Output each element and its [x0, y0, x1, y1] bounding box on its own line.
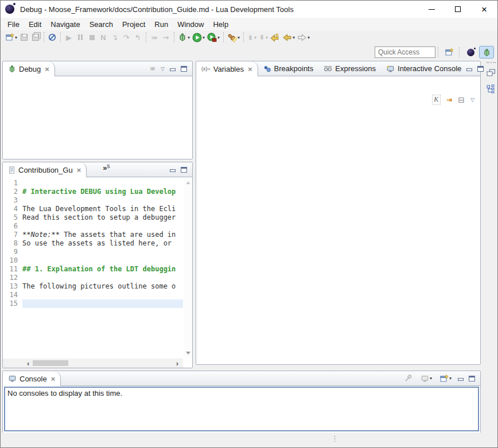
- terminate-button[interactable]: [86, 31, 98, 44]
- variables-view-content[interactable]: K ⇥ ⊟ ▽: [196, 77, 480, 364]
- disconnect-button[interactable]: N: [98, 31, 109, 44]
- restore-view-button[interactable]: [485, 67, 497, 79]
- lua-perspective-button[interactable]: [463, 46, 478, 59]
- editor-line-current[interactable]: 15: [3, 299, 183, 308]
- editor-line[interactable]: 3: [3, 196, 183, 205]
- next-annotation-button[interactable]: ⇟▾: [246, 31, 258, 44]
- menu-help[interactable]: Help: [208, 19, 233, 30]
- next-annotation-dropdown[interactable]: ▾: [254, 35, 256, 40]
- menu-file[interactable]: File: [3, 19, 24, 30]
- minimize-view-button[interactable]: [458, 378, 464, 381]
- editor-line[interactable]: 5Read this section to setup a debugger: [3, 213, 183, 222]
- previous-annotation-dropdown[interactable]: ▾: [266, 35, 268, 40]
- forward-dropdown[interactable]: ▾: [308, 35, 310, 40]
- view-menu-icon[interactable]: ▽: [161, 66, 165, 72]
- editor-line[interactable]: 2# Interactive DEBUG using Lua Develop: [3, 188, 183, 196]
- tab-expressions[interactable]: Expressions: [318, 61, 381, 76]
- run-button[interactable]: ▾: [191, 31, 206, 44]
- close-icon[interactable]: ×: [248, 65, 252, 73]
- maximize-view-button[interactable]: [477, 66, 484, 72]
- editor-line[interactable]: 10: [3, 256, 183, 265]
- step-over-button[interactable]: ↷: [120, 31, 132, 44]
- debug-perspective-button[interactable]: [479, 46, 494, 59]
- collapse-all-button[interactable]: ⊟: [458, 95, 465, 104]
- step-return-button[interactable]: ↰: [132, 31, 143, 44]
- maximize-view-button[interactable]: [181, 66, 187, 72]
- scroll-right-icon[interactable]: ›: [174, 360, 183, 367]
- resume-button[interactable]: ▶: [63, 31, 75, 44]
- open-console-button[interactable]: ▾: [438, 372, 453, 385]
- save-all-button[interactable]: [30, 31, 41, 44]
- editor-content[interactable]: 1 2# Interactive DEBUG using Lua Develop…: [3, 178, 192, 368]
- scroll-up-icon[interactable]: [186, 181, 190, 184]
- menu-search[interactable]: Search: [85, 19, 118, 30]
- minimize-view-button[interactable]: [466, 68, 472, 71]
- tab-debug[interactable]: Debug ×: [3, 61, 55, 76]
- pin-console-button[interactable]: [403, 372, 414, 385]
- open-console-dropdown[interactable]: ▾: [449, 376, 452, 381]
- close-icon[interactable]: ×: [51, 375, 56, 383]
- back-dropdown[interactable]: ▾: [293, 35, 295, 40]
- editor-horizontal-scrollbar[interactable]: ‹ ›: [3, 359, 183, 368]
- outline-view-button[interactable]: [485, 83, 497, 95]
- view-menu-icon[interactable]: ▽: [470, 97, 474, 103]
- editor-vertical-scrollbar[interactable]: [184, 178, 192, 358]
- menu-run[interactable]: Run: [150, 19, 173, 30]
- new-wizard-dropdown[interactable]: ▾: [15, 35, 17, 40]
- use-step-filters-button[interactable]: ⇛: [149, 31, 160, 44]
- editor-lines[interactable]: 1 2# Interactive DEBUG using Lua Develop…: [3, 179, 183, 358]
- editor-line[interactable]: 11## 1. Explanation of the LDT debuggin: [3, 265, 183, 274]
- menu-project[interactable]: Project: [118, 19, 150, 30]
- scroll-down-icon[interactable]: [186, 352, 190, 354]
- minimize-view-button[interactable]: [170, 68, 176, 71]
- tab-breakpoints[interactable]: Breakpoints: [258, 61, 319, 76]
- previous-annotation-button[interactable]: ⇞▾: [258, 31, 269, 44]
- scrollbar-thumb[interactable]: [33, 360, 68, 366]
- editor-line[interactable]: 13The following pictures outline some o: [3, 282, 183, 291]
- console-content[interactable]: No consoles to display at this time.: [4, 387, 479, 431]
- menu-edit[interactable]: Edit: [24, 19, 46, 30]
- debug-dropdown[interactable]: ▾: [188, 35, 190, 40]
- back-button[interactable]: ▾: [281, 31, 296, 44]
- maximize-view-button[interactable]: [469, 376, 475, 381]
- tab-interactive-console[interactable]: Interactive Console: [381, 61, 466, 76]
- remove-all-terminated-button[interactable]: ××: [150, 65, 155, 73]
- tab-console[interactable]: Console ×: [3, 371, 61, 386]
- close-icon[interactable]: ×: [45, 65, 49, 73]
- run-to-line-button[interactable]: ⇝: [160, 31, 172, 44]
- editor-line[interactable]: 8So use the assets as listed here, or: [3, 239, 183, 248]
- debug-button[interactable]: ▾: [177, 31, 191, 44]
- open-perspective-button[interactable]: [442, 46, 457, 59]
- window-minimize-button[interactable]: [418, 1, 445, 18]
- window-maximize-button[interactable]: [445, 1, 471, 18]
- show-logical-structures-button[interactable]: ⇥: [446, 96, 452, 104]
- editor-line[interactable]: 6: [3, 222, 183, 231]
- skip-all-breakpoints-button[interactable]: [46, 31, 58, 44]
- maximize-view-button[interactable]: [181, 167, 187, 173]
- new-wizard-button[interactable]: ▾: [4, 31, 18, 44]
- last-edit-location-button[interactable]: [269, 31, 281, 44]
- editor-line[interactable]: 12: [3, 274, 183, 282]
- quick-access-input[interactable]: [375, 46, 435, 58]
- editor-line[interactable]: 1: [3, 179, 183, 188]
- statusbar-drag-handle[interactable]: ⋮: [331, 434, 339, 443]
- external-tools-button[interactable]: ▾: [206, 31, 221, 44]
- show-type-names-button[interactable]: K: [432, 95, 441, 105]
- editor-line[interactable]: 7**Note:** The assets that are used in: [3, 231, 183, 239]
- step-into-button[interactable]: ↴: [109, 31, 120, 44]
- menu-navigate[interactable]: Navigate: [46, 19, 84, 30]
- tab-variables[interactable]: (x)= Variables ×: [196, 61, 258, 76]
- run-dropdown[interactable]: ▾: [203, 35, 205, 40]
- display-console-dropdown[interactable]: ▾: [430, 376, 432, 381]
- scroll-left-icon[interactable]: ‹: [25, 360, 32, 367]
- editor-tab-overflow[interactable]: »5: [87, 162, 110, 177]
- suspend-button[interactable]: [75, 31, 86, 44]
- external-tools-dropdown[interactable]: ▾: [217, 35, 220, 40]
- forward-button[interactable]: ▾: [296, 31, 311, 44]
- debug-view-content[interactable]: [3, 77, 192, 159]
- window-close-button[interactable]: ×: [471, 1, 497, 18]
- editor-line[interactable]: 9: [3, 248, 183, 256]
- minimize-view-button[interactable]: [170, 169, 176, 172]
- editor-line[interactable]: 4The Lua Development Tools in the Ecli: [3, 205, 183, 213]
- editor-line[interactable]: 14: [3, 291, 183, 299]
